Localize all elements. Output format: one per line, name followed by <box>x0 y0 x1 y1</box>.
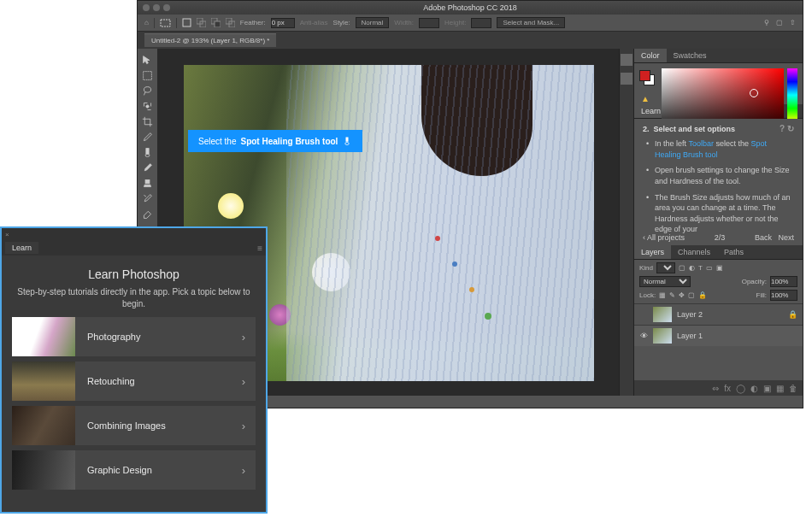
height-input <box>471 18 491 28</box>
layer-row-1[interactable]: 👁 Layer 1 <box>634 325 803 346</box>
blend-mode-select[interactable]: Normal <box>639 276 691 287</box>
marquee-tool-icon <box>160 19 171 27</box>
tab-color[interactable]: Color <box>634 49 667 62</box>
style-select[interactable]: Normal <box>356 17 390 28</box>
feather-input[interactable] <box>271 18 295 28</box>
share-icon[interactable]: ⇧ <box>790 19 796 26</box>
options-bar: ⌂ Feather: Anti-alias Style: Normal Widt… <box>138 15 803 32</box>
learn-bullet-3: The Brush Size adjusts how much of an ar… <box>646 192 794 235</box>
nav-all-projects[interactable]: ‹ All projects <box>643 233 685 242</box>
mask-icon[interactable]: ◯ <box>736 384 745 393</box>
filter-adjust-icon[interactable]: ◐ <box>689 264 695 272</box>
fx-icon[interactable]: fx <box>724 384 731 393</box>
height-label: Height: <box>444 19 466 26</box>
svg-point-9 <box>144 86 150 92</box>
document-tab[interactable]: Untitled-2 @ 193% (Layer 1, RGB/8*) * <box>144 33 276 47</box>
quick-select-tool[interactable] <box>139 98 156 114</box>
svg-rect-11 <box>146 148 149 154</box>
panel-menu-icon[interactable]: ≡ <box>257 244 262 253</box>
reset-icon[interactable]: ↻ <box>787 124 794 133</box>
select-mask-button[interactable]: Select and Mask... <box>497 17 565 28</box>
group-icon[interactable]: ▣ <box>763 384 771 393</box>
lasso-tool[interactable] <box>139 83 156 98</box>
visibility-icon[interactable]: 👁 <box>639 332 648 340</box>
eraser-tool[interactable] <box>139 206 156 221</box>
feather-label: Feather: <box>240 19 266 26</box>
search-icon[interactable]: ⚲ <box>764 19 769 26</box>
opacity-input[interactable] <box>770 276 797 287</box>
tab-channels[interactable]: Channels <box>671 245 717 259</box>
svg-point-10 <box>146 104 149 107</box>
zoom-dot[interactable] <box>163 4 170 11</box>
svg-rect-13 <box>145 179 150 183</box>
intersect-selection-icon[interactable] <box>226 18 235 27</box>
delete-icon[interactable]: 🗑 <box>789 384 797 393</box>
home-icon[interactable]: ⌂ <box>144 19 149 26</box>
nav-next[interactable]: Next <box>778 233 794 242</box>
history-panel-icon[interactable] <box>621 54 633 66</box>
properties-panel-icon[interactable] <box>621 73 633 85</box>
learn-bullet-2: Open brush settings to change the Size a… <box>646 165 794 186</box>
workspace-icon[interactable]: ▢ <box>776 19 783 26</box>
link-layers-icon[interactable]: ⇔ <box>712 384 719 393</box>
toolbar-link[interactable]: Toolbar <box>688 139 714 148</box>
topic-label: Combining Images <box>75 420 242 431</box>
antialias-check[interactable]: Anti-alias <box>300 19 328 26</box>
tab-swatches[interactable]: Swatches <box>667 49 714 62</box>
nav-back[interactable]: Back <box>755 233 772 242</box>
minimize-dot[interactable] <box>153 4 160 11</box>
fg-bg-swatch[interactable] <box>639 70 655 85</box>
width-label: Width: <box>394 19 414 26</box>
titlebar[interactable]: Adobe Photoshop CC 2018 <box>138 1 803 15</box>
learn-floating-panel[interactable]: × Learn ≡ Learn Photoshop Step-by-step t… <box>0 226 268 514</box>
gamut-warning-icon[interactable]: ▲ <box>641 94 650 103</box>
marquee-tool[interactable] <box>139 68 156 83</box>
fill-input[interactable] <box>770 290 797 301</box>
topic-thumb <box>12 361 75 401</box>
learn-subtitle: Step-by-step tutorials directly in the a… <box>12 286 256 310</box>
layer-label: Layer 2 <box>677 310 703 319</box>
clone-stamp-tool[interactable] <box>139 175 156 191</box>
filter-type-icon[interactable]: T <box>698 264 703 272</box>
filter-image-icon[interactable]: ▢ <box>679 264 685 272</box>
lock-artboard-icon[interactable]: ▢ <box>688 291 695 299</box>
history-brush-tool[interactable] <box>139 191 156 206</box>
svg-rect-0 <box>161 20 170 26</box>
filter-smart-icon[interactable]: ▣ <box>716 264 723 272</box>
topic-combining[interactable]: Combining Images › <box>12 406 256 445</box>
filter-shape-icon[interactable]: ▭ <box>706 264 713 272</box>
brush-tool[interactable] <box>139 160 156 175</box>
new-layer-icon[interactable]: ▦ <box>776 384 784 393</box>
learn-title: Learn Photoshop <box>12 267 256 281</box>
topic-retouching[interactable]: Retouching › <box>12 361 256 401</box>
crop-tool[interactable] <box>139 114 156 129</box>
lock-all-icon[interactable]: 🔒 <box>698 291 707 299</box>
lock-pixels-icon[interactable]: ✎ <box>669 291 675 299</box>
layer-row-2[interactable]: Layer 2 🔒 <box>634 303 803 325</box>
topic-graphic-design[interactable]: Graphic Design › <box>12 450 256 490</box>
topic-label: Retouching <box>75 376 242 386</box>
svg-rect-16 <box>346 138 349 142</box>
move-tool[interactable] <box>139 52 156 68</box>
layer-label: Layer 1 <box>677 332 703 340</box>
close-icon[interactable]: × <box>5 231 9 238</box>
topic-photography[interactable]: Photography › <box>12 317 256 356</box>
kind-select[interactable] <box>656 262 675 273</box>
svg-point-12 <box>145 154 150 156</box>
close-dot[interactable] <box>143 4 150 11</box>
topic-label: Photography <box>75 332 242 342</box>
eyedropper-tool[interactable] <box>139 129 156 144</box>
tab-layers[interactable]: Layers <box>634 245 671 259</box>
nav-page: 2/3 <box>715 233 726 242</box>
lock-position-icon[interactable]: ✥ <box>679 291 685 299</box>
subtract-selection-icon[interactable] <box>211 18 221 27</box>
chevron-right-icon: › <box>242 420 256 432</box>
spot-healing-tool[interactable] <box>139 144 156 160</box>
new-selection-icon[interactable] <box>182 18 191 27</box>
lock-transparent-icon[interactable]: ▦ <box>659 291 666 299</box>
tab-paths[interactable]: Paths <box>717 245 750 259</box>
learn-tab[interactable]: Learn <box>5 242 38 254</box>
add-selection-icon[interactable] <box>197 18 206 27</box>
adjustment-icon[interactable]: ◐ <box>750 384 758 393</box>
help-icon[interactable]: ? <box>780 124 785 133</box>
